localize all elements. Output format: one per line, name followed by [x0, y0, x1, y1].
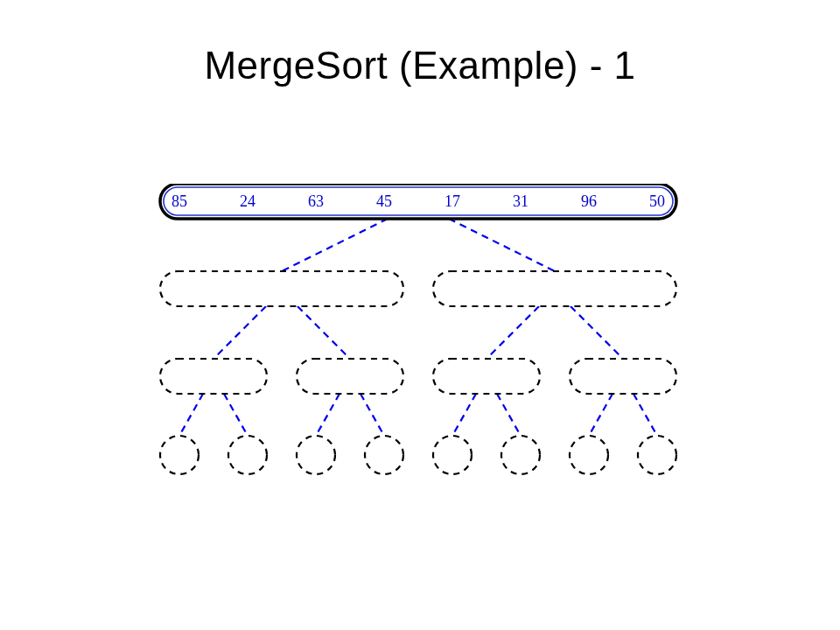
- svg-rect-14: [160, 184, 676, 219]
- svg-point-35: [501, 436, 540, 474]
- svg-line-5: [570, 306, 623, 359]
- svg-line-10: [452, 394, 476, 436]
- svg-line-12: [589, 394, 612, 436]
- svg-rect-29: [570, 359, 676, 394]
- svg-rect-25: [433, 271, 676, 306]
- svg-point-32: [297, 436, 335, 474]
- svg-point-33: [365, 436, 403, 474]
- svg-point-30: [160, 436, 199, 474]
- svg-point-37: [638, 436, 676, 474]
- svg-text:63: 63: [308, 192, 324, 210]
- svg-line-8: [316, 394, 340, 436]
- svg-rect-27: [297, 359, 403, 394]
- svg-point-34: [433, 436, 472, 474]
- svg-rect-26: [160, 359, 267, 394]
- svg-text:85: 85: [172, 192, 187, 210]
- svg-line-4: [486, 306, 539, 359]
- svg-line-11: [497, 394, 521, 436]
- svg-point-31: [228, 436, 267, 474]
- mergesort-diagram: 8524634517319650root-array: [144, 184, 704, 502]
- svg-line-7: [224, 394, 248, 436]
- svg-rect-24: [160, 271, 403, 306]
- svg-text:50: 50: [649, 192, 665, 210]
- svg-rect-28: [433, 359, 540, 394]
- svg-line-3: [298, 306, 350, 359]
- svg-line-0: [282, 219, 388, 271]
- svg-point-36: [570, 436, 608, 474]
- svg-line-2: [214, 306, 266, 359]
- svg-text:96: 96: [581, 192, 597, 210]
- svg-line-6: [179, 394, 203, 436]
- svg-line-13: [634, 394, 657, 436]
- svg-text:45: 45: [376, 192, 392, 210]
- svg-text:24: 24: [240, 192, 256, 210]
- svg-line-1: [449, 219, 555, 271]
- svg-text:17: 17: [444, 192, 460, 210]
- svg-line-9: [360, 394, 384, 436]
- svg-text:31: 31: [513, 192, 528, 210]
- page-title: MergeSort (Example) - 1: [0, 44, 840, 88]
